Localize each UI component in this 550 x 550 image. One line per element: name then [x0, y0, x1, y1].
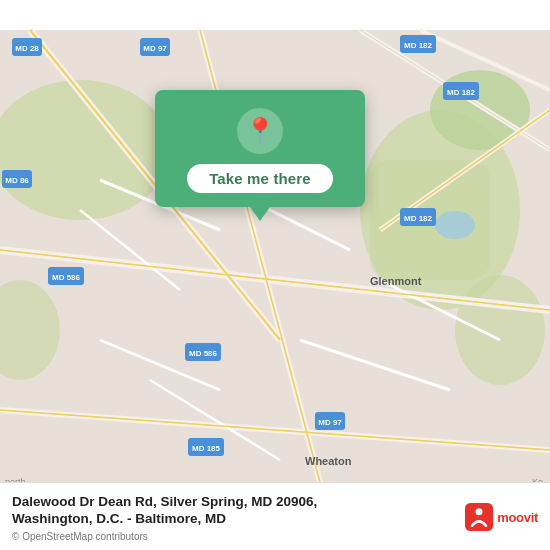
take-me-there-button[interactable]: Take me there — [187, 164, 333, 193]
svg-text:MD 182: MD 182 — [404, 41, 433, 50]
copyright-text: © OpenStreetMap contributors — [12, 531, 455, 542]
svg-text:MD 185: MD 185 — [192, 444, 221, 453]
svg-text:MD 28: MD 28 — [15, 44, 39, 53]
popup-card: 📍 Take me there — [155, 90, 365, 207]
moovit-text: moovit — [497, 510, 538, 525]
svg-point-59 — [476, 509, 483, 516]
svg-text:Wheaton: Wheaton — [305, 455, 352, 467]
svg-text:MD 586: MD 586 — [189, 349, 218, 358]
address-block: Dalewood Dr Dean Rd, Silver Spring, MD 2… — [12, 493, 455, 542]
svg-text:MD 97: MD 97 — [318, 418, 342, 427]
svg-text:Glenmont: Glenmont — [370, 275, 422, 287]
moovit-icon — [465, 503, 493, 531]
svg-text:MD 182: MD 182 — [404, 214, 433, 223]
address-line2: Washington, D.C. - Baltimore, MD — [12, 510, 455, 528]
svg-rect-58 — [465, 503, 493, 531]
bottom-bar: Dalewood Dr Dean Rd, Silver Spring, MD 2… — [0, 482, 550, 550]
svg-text:MD 182: MD 182 — [447, 88, 476, 97]
svg-text:MD 86: MD 86 — [5, 176, 29, 185]
svg-point-7 — [435, 211, 475, 239]
map-container: MD 28 MD 97 MD 182 MD 182 MD 182 MD 86 M… — [0, 0, 550, 550]
location-icon-wrap: 📍 — [237, 108, 283, 154]
address-line1: Dalewood Dr Dean Rd, Silver Spring, MD 2… — [12, 493, 455, 511]
svg-text:MD 97: MD 97 — [143, 44, 167, 53]
svg-point-5 — [455, 275, 545, 385]
location-pin-icon: 📍 — [244, 118, 276, 144]
map-background: MD 28 MD 97 MD 182 MD 182 MD 182 MD 86 M… — [0, 0, 550, 550]
moovit-logo: moovit — [465, 503, 538, 531]
svg-text:MD 586: MD 586 — [52, 273, 81, 282]
